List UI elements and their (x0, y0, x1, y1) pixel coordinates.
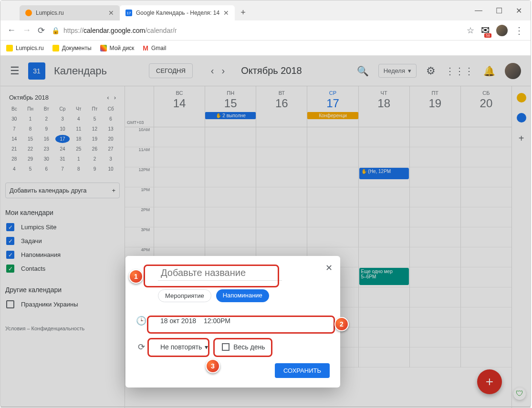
repeat-icon: ⟳ (136, 342, 146, 352)
folder-icon (6, 45, 13, 51)
save-button[interactable]: СОХРАНИТЬ (275, 363, 330, 378)
bookmark-gmail[interactable]: MGmail (143, 44, 166, 52)
bookmarks-bar: Lumpics.ru Документы Мой диск MGmail (0, 41, 531, 56)
minimize-icon[interactable]: — (475, 6, 482, 15)
clock-icon: 🕒 (136, 316, 146, 326)
annotation-box-2 (147, 316, 335, 334)
tab-title: Google Календарь - Неделя: 14 (136, 10, 219, 16)
forward-icon[interactable]: → (22, 25, 31, 35)
maximize-icon[interactable]: ☐ (496, 6, 502, 15)
drive-icon (100, 45, 107, 51)
annotation-badge-1: 1 (129, 269, 143, 284)
tab-bar: Lumpics.ru ✕ 17 Google Календарь - Недел… (0, 0, 531, 20)
profile-avatar[interactable] (496, 25, 508, 36)
address-bar: ← → ⟳ 🔒 https://calendar.google.com/cale… (0, 20, 531, 41)
favicon-calendar: 17 (125, 10, 132, 16)
favicon-orange (25, 10, 32, 16)
new-tab-button[interactable]: + (240, 8, 246, 18)
url-field[interactable]: 🔒 https://calendar.google.com/calendar/r (52, 27, 460, 34)
tab-title: Lumpics.ru (36, 10, 64, 16)
annotation-box-3a (147, 338, 209, 357)
tab-lumpics[interactable]: Lumpics.ru ✕ (20, 5, 120, 20)
close-icon[interactable]: ✕ (516, 6, 522, 15)
bookmark-lumpics[interactable]: Lumpics.ru (6, 45, 44, 51)
tab-close-icon[interactable]: ✕ (108, 9, 114, 17)
mail-extension-icon[interactable]: ✉58 (481, 24, 490, 37)
annotation-badge-3: 3 (206, 359, 220, 373)
window-controls: — ☐ ✕ (475, 6, 522, 15)
annotation-box-1 (144, 265, 279, 287)
tab-calendar[interactable]: 17 Google Календарь - Неделя: 14 ✕ (120, 5, 235, 20)
tab-close-icon[interactable]: ✕ (223, 9, 229, 17)
kebab-menu-icon[interactable]: ⋮ (514, 25, 524, 36)
tab-event[interactable]: Мероприятие (158, 289, 211, 302)
reload-icon[interactable]: ⟳ (38, 25, 45, 36)
tab-reminder[interactable]: Напоминание (216, 289, 269, 302)
folder-icon (52, 45, 59, 51)
annotation-box-3b (213, 338, 272, 357)
dialog-close-icon[interactable]: ✕ (325, 263, 333, 273)
lock-icon: 🔒 (52, 27, 60, 34)
back-icon[interactable]: ← (7, 25, 16, 35)
star-icon[interactable]: ☆ (467, 25, 474, 36)
bookmark-docs[interactable]: Документы (52, 45, 92, 51)
annotation-badge-2: 2 (334, 317, 349, 331)
bookmark-drive[interactable]: Мой диск (100, 45, 135, 51)
gmail-icon: M (143, 44, 148, 52)
